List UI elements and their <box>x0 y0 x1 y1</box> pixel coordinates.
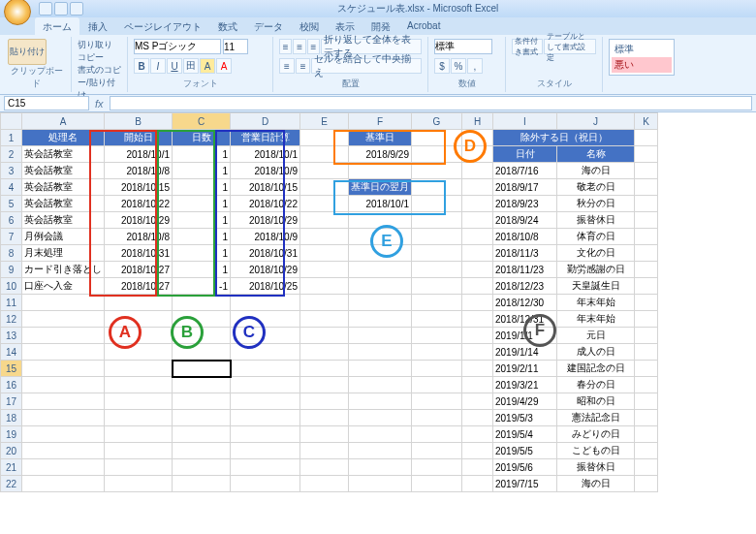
cell-E16[interactable] <box>300 377 349 393</box>
cell-H11[interactable] <box>462 295 493 311</box>
cell-F12[interactable] <box>349 311 412 328</box>
cell-F2[interactable]: 2018/9/29 <box>349 146 412 163</box>
cell-C11[interactable] <box>173 295 231 311</box>
number-format-input[interactable] <box>434 39 492 54</box>
cell-A8[interactable]: 月末処理 <box>22 245 105 262</box>
name-box[interactable] <box>4 96 89 110</box>
cell-E12[interactable] <box>300 311 349 328</box>
cell-A16[interactable] <box>22 377 105 393</box>
row-header-5[interactable]: 5 <box>1 196 22 212</box>
cell-D22[interactable] <box>231 476 300 492</box>
cell-A12[interactable] <box>22 311 105 328</box>
cell-C3[interactable]: 1 <box>173 163 231 179</box>
underline-button[interactable]: U <box>167 58 182 74</box>
cell-E7[interactable] <box>300 229 349 245</box>
row-header-4[interactable]: 4 <box>1 179 22 196</box>
cell-B20[interactable] <box>105 443 173 459</box>
cell-C7[interactable]: 1 <box>173 229 231 245</box>
cell-A5[interactable]: 英会話教室 <box>22 196 105 212</box>
cell-H9[interactable] <box>462 262 493 278</box>
font-color-button[interactable]: A <box>216 58 232 74</box>
cell-C9[interactable]: 1 <box>173 262 231 278</box>
row-header-13[interactable]: 13 <box>1 328 22 344</box>
cell-C22[interactable] <box>173 476 231 492</box>
cell-F21[interactable] <box>349 459 412 476</box>
cell-H18[interactable] <box>462 410 493 426</box>
cell-B21[interactable] <box>105 459 173 476</box>
row-header-8[interactable]: 8 <box>1 245 22 262</box>
cell-F19[interactable] <box>349 426 412 443</box>
comma-icon[interactable]: , <box>467 58 483 74</box>
cell-E19[interactable] <box>300 426 349 443</box>
cell-H14[interactable] <box>462 344 493 361</box>
row-header-10[interactable]: 10 <box>1 278 22 295</box>
cell-D3[interactable]: 2018/10/9 <box>231 163 300 179</box>
paste-button[interactable]: 貼り付け <box>8 39 47 65</box>
cond-format-button[interactable]: 条件付き書式 <box>512 39 543 54</box>
cell-D13[interactable] <box>231 328 300 344</box>
cell-J15[interactable]: 建国記念の日 <box>557 361 635 377</box>
cell-F16[interactable] <box>349 377 412 393</box>
cell-E2[interactable] <box>300 146 349 163</box>
cell-B16[interactable] <box>105 377 173 393</box>
cell-D14[interactable] <box>231 344 300 361</box>
cell-I12[interactable]: 2018/12/31 <box>493 311 557 328</box>
indent-dec-icon[interactable]: ≡ <box>279 58 295 74</box>
cell-E14[interactable] <box>300 344 349 361</box>
cell-E10[interactable] <box>300 278 349 295</box>
align-top-icon[interactable]: ≡ <box>279 39 292 54</box>
cell-B14[interactable] <box>105 344 173 361</box>
cell-D2[interactable]: 2018/10/1 <box>231 146 300 163</box>
cell-I11[interactable]: 2018/12/30 <box>493 295 557 311</box>
cell-D5[interactable]: 2018/10/22 <box>231 196 300 212</box>
cell-B13[interactable] <box>105 328 173 344</box>
cell-I15[interactable]: 2019/2/11 <box>493 361 557 377</box>
cell-K9[interactable] <box>635 262 658 278</box>
cell-K7[interactable] <box>635 229 658 245</box>
cell-J11[interactable]: 年末年始 <box>557 295 635 311</box>
cell-I10[interactable]: 2018/12/23 <box>493 278 557 295</box>
cell-G10[interactable] <box>412 278 462 295</box>
cell-E13[interactable] <box>300 328 349 344</box>
cell-K4[interactable] <box>635 179 658 196</box>
cell-H3[interactable] <box>462 163 493 179</box>
cell-K6[interactable] <box>635 212 658 229</box>
cell-E5[interactable] <box>300 196 349 212</box>
cell-D12[interactable] <box>231 311 300 328</box>
cell-D16[interactable] <box>231 377 300 393</box>
cell-H13[interactable] <box>462 328 493 344</box>
cell-H10[interactable] <box>462 278 493 295</box>
cell-A17[interactable] <box>22 393 105 410</box>
cell-B9[interactable]: 2018/10/27 <box>105 262 173 278</box>
row-header-17[interactable]: 17 <box>1 393 22 410</box>
merge-center-button[interactable]: セルを結合して中央揃え <box>311 58 422 74</box>
cell-I6[interactable]: 2018/9/24 <box>493 212 557 229</box>
row-header-21[interactable]: 21 <box>1 459 22 476</box>
col-header-J[interactable]: J <box>557 113 635 130</box>
cell-A19[interactable] <box>22 426 105 443</box>
cell-B19[interactable] <box>105 426 173 443</box>
cell-I4[interactable]: 2018/9/17 <box>493 179 557 196</box>
cell-C17[interactable] <box>173 393 231 410</box>
row-header-22[interactable]: 22 <box>1 476 22 492</box>
border-button[interactable]: 田 <box>183 58 199 74</box>
cell-A15[interactable] <box>22 361 105 377</box>
cell-E3[interactable] <box>300 163 349 179</box>
cell-F15[interactable] <box>349 361 412 377</box>
cell-I8[interactable]: 2018/11/3 <box>493 245 557 262</box>
percent-icon[interactable]: % <box>451 58 466 74</box>
cell-D18[interactable] <box>231 410 300 426</box>
tab-insert[interactable]: 挿入 <box>80 17 115 35</box>
cell-G15[interactable] <box>412 361 462 377</box>
cell-F18[interactable] <box>349 410 412 426</box>
cell-D1[interactable]: 営業日計算 <box>231 130 300 146</box>
cell-J10[interactable]: 天皇誕生日 <box>557 278 635 295</box>
cell-K3[interactable] <box>635 163 658 179</box>
cell-A11[interactable] <box>22 295 105 311</box>
cell-J8[interactable]: 文化の日 <box>557 245 635 262</box>
cell-F22[interactable] <box>349 476 412 492</box>
cell-J16[interactable]: 春分の日 <box>557 377 635 393</box>
cell-H16[interactable] <box>462 377 493 393</box>
row-header-1[interactable]: 1 <box>1 130 22 146</box>
cell-G3[interactable] <box>412 163 462 179</box>
